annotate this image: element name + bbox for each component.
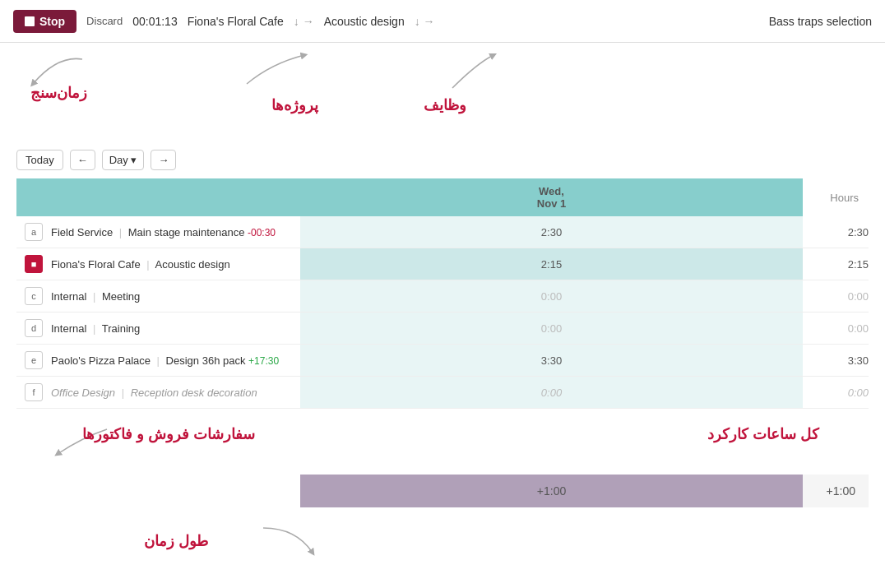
row-text: Paolo's Pizza Palace | Design 36h pack +… [51, 354, 279, 367]
arrow-icon-2: ↓ → [415, 15, 435, 28]
row-text: Internal | Meeting [51, 290, 140, 303]
hours-cell: 2:15 [803, 248, 869, 280]
total-table: +1:00 +1:00 [16, 475, 869, 507]
projects-arrow [239, 47, 337, 96]
row-key-f[interactable]: f [25, 383, 43, 401]
calendar-controls: Today ← Day ▾ → [16, 150, 869, 170]
total-section: +1:00 +1:00 [0, 475, 885, 507]
duration-annotation-area: طول زمان [0, 507, 885, 573]
projects-annotation: پروژه‌ها [271, 96, 318, 114]
next-button[interactable]: → [151, 150, 176, 170]
time-cell: 0:00 [300, 280, 803, 313]
hours-cell: 0:00 [803, 313, 869, 345]
today-button[interactable]: Today [16, 150, 63, 170]
current-task: Acoustic design [324, 15, 405, 28]
label-header [16, 178, 300, 216]
prev-button[interactable]: ← [70, 150, 95, 170]
calendar-table: Wed, Nov 1 Hours aField Service | Main s… [16, 178, 869, 409]
row-text: Internal | Training [51, 322, 140, 335]
discard-button[interactable]: Discard [86, 15, 123, 27]
row-key-a[interactable]: a [25, 223, 43, 241]
hours-cell: 0:00 [803, 280, 869, 313]
duration-arrow [255, 520, 321, 561]
table-row: ■Fiona's Floral Cafe | Acoustic design2:… [16, 248, 869, 280]
hours-cell: 3:30 [803, 345, 869, 377]
tasks-arrow [428, 47, 510, 96]
time-cell: 0:00 [300, 313, 803, 345]
bass-traps-label: Bass traps selection [769, 15, 872, 28]
calendar-section: Today ← Day ▾ → Wed, Nov 1 Hours aField … [0, 150, 885, 417]
stop-label: Stop [39, 15, 65, 28]
time-cell: 2:15 [300, 248, 803, 280]
row-key-e[interactable]: e [25, 351, 43, 369]
total-row: +1:00 +1:00 [16, 475, 869, 507]
hours-cell: 2:30 [803, 216, 869, 248]
table-row: dInternal | Training0:000:00 [16, 313, 869, 345]
timesanj-annotation: زمان‌سنج [30, 84, 87, 102]
time-cell: 2:30 [300, 216, 803, 248]
row-text: Fiona's Floral Cafe | Acoustic design [51, 258, 230, 271]
arrow-icon-1: ↓ → [294, 15, 314, 28]
hours-header: Hours [803, 178, 869, 216]
table-row: cInternal | Meeting0:000:00 [16, 280, 869, 313]
hours-cell: 0:00 [803, 377, 869, 409]
day-button[interactable]: Day ▾ [102, 150, 145, 170]
table-row: fOffice Design | Reception desk decorati… [16, 377, 869, 409]
stop-button[interactable]: Stop [13, 10, 76, 33]
row-text: Field Service | Main stage maintenance -… [51, 226, 276, 238]
row-key-■[interactable]: ■ [25, 255, 43, 273]
time-cell: 3:30 [300, 345, 803, 377]
duration-annotation: طول زمان [144, 532, 208, 550]
top-bar: Stop Discard 00:01:13 Fiona's Floral Caf… [0, 0, 885, 43]
sales-annotation: سفارشات فروش و فاکتورها [82, 425, 255, 443]
row-key-d[interactable]: d [25, 319, 43, 337]
timer-display: 00:01:13 [132, 15, 178, 28]
bottom-annotation-area: سفارشات فروش و فاکتورها کل ساعات کارکرد [0, 417, 885, 475]
table-row: ePaolo's Pizza Palace | Design 36h pack … [16, 345, 869, 377]
row-key-c[interactable]: c [25, 287, 43, 305]
time-cell: 0:00 [300, 377, 803, 409]
tasks-annotation: وظایف [424, 96, 466, 114]
current-project: Fiona's Floral Cafe [188, 15, 284, 28]
total-time-cell: +1:00 [300, 475, 803, 507]
total-label-cell [16, 475, 300, 507]
stop-icon [25, 16, 35, 26]
date-header: Wed, Nov 1 [300, 178, 803, 216]
total-hours-annotation: کل ساعات کارکرد [707, 425, 819, 443]
top-annotation-area: زمان‌سنج پروژه‌ها وظایف [0, 43, 885, 150]
table-row: aField Service | Main stage maintenance … [16, 216, 869, 248]
row-text: Office Design | Reception desk decoratio… [51, 387, 257, 399]
total-hours-cell: +1:00 [803, 475, 869, 507]
